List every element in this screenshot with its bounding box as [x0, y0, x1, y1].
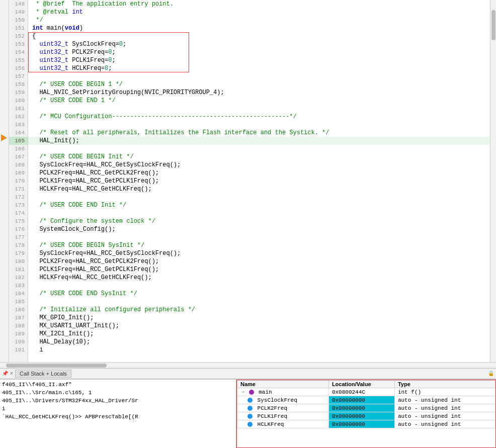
code-line-187: MX_GPIO_Init();	[28, 314, 490, 322]
var-value-pclk2: 0x00000000	[328, 404, 394, 412]
code-line-180: PCLK2Freq=HAL_RCC_GetPCLK2Freq();	[28, 257, 490, 265]
line-number: 149	[9, 8, 28, 16]
code-line-173: /* USER CODE END Init */	[28, 201, 490, 209]
code-line-163	[28, 121, 490, 129]
code-line-161	[28, 105, 490, 113]
col-value: Location/Value	[328, 381, 394, 388]
horizontal-scrollbar[interactable]	[0, 362, 496, 368]
line-number: 155	[9, 56, 28, 64]
var-type-sysclock: auto - unsigned int	[394, 396, 495, 404]
scrollbar-thumb[interactable]	[491, 10, 495, 40]
line-number: 189	[9, 330, 28, 338]
table-row: SysClockFreq 0x00000000 auto - unsigned …	[237, 396, 495, 404]
code-line-179: SysClockFreq=HAL_RCC_GetSysClockFreq();	[28, 249, 490, 257]
code-line-159: HAL_NVIC_SetPriorityGrouping(NVIC_PRIORI…	[28, 88, 490, 97]
line-number: 173	[9, 201, 28, 209]
line-number: 179	[9, 249, 28, 257]
code-line-184: /* USER CODE END SysInit */	[28, 290, 490, 298]
code-content[interactable]: * @brief The application entry point. * …	[28, 0, 490, 362]
code-line-165: HAL_Init();	[28, 137, 490, 145]
line-number: 162	[9, 113, 28, 121]
editor-area[interactable]: 148 149 150 151 152 153 154 155 156 157 …	[0, 0, 496, 362]
table-row: PCLK1Freq 0x00000000 auto - unsigned int	[237, 412, 495, 420]
line-number: 182	[9, 274, 28, 282]
breakpoint-arrow	[1, 134, 7, 141]
var-type-pclk2: auto - unsigned int	[394, 404, 495, 412]
gutter	[0, 0, 9, 362]
code-line-157	[28, 72, 490, 80]
var-icon-blue2	[247, 406, 253, 411]
line-number: 170	[9, 177, 28, 185]
locals-table: Name Location/Value Type − main	[237, 380, 495, 428]
var-name-main: − main	[237, 388, 329, 396]
code-line-166	[28, 145, 490, 153]
line-number: 172	[9, 193, 28, 201]
code-line-169: PCLK2Freq=HAL_RCC_GetPCLK2Freq();	[28, 169, 490, 177]
panel-tab-pin: 🔒	[488, 371, 494, 377]
code-line-151: int main(void)	[28, 24, 490, 32]
var-name-pclk1: PCLK1Freq	[237, 412, 329, 420]
editor-container: 148 149 150 151 152 153 154 155 156 157 …	[0, 0, 496, 448]
callstack-line-5: `HAL_RCC_GetHCLKFreq()>> APBPrescTable[(…	[2, 413, 234, 421]
callstack-line-3: 405_II\..\Drivers/STM32F4xx_HAL_Driver/S…	[2, 397, 234, 405]
line-number: 176	[9, 225, 28, 233]
var-value-pclk1: 0x00000000	[328, 412, 394, 420]
line-number: 165	[9, 137, 28, 145]
callstack-line-2: 405_II\..\Src/main.c\165, 1	[2, 389, 234, 397]
table-row: − main 0x0800244C int f()	[237, 388, 495, 396]
code-line-160: /* USER CODE END 1 */	[28, 97, 490, 105]
h-scrollbar-thumb[interactable]	[6, 364, 107, 368]
col-name: Name	[237, 381, 329, 388]
line-number: 187	[9, 314, 28, 322]
panel-tab-label[interactable]: Call Stack + Locals	[15, 370, 71, 378]
code-line-178: /* USER CODE BEGIN SysInit */	[28, 241, 490, 249]
code-line-175: /* Configure the system clock */	[28, 217, 490, 225]
code-line-190: HAL_Delay(10);	[28, 338, 490, 346]
line-number: 161	[9, 105, 28, 113]
code-line-170: PCLK1Freq=HAL_RCC_GetPCLK1Freq();	[28, 177, 490, 185]
vertical-scrollbar[interactable]	[490, 0, 496, 362]
line-number: 166	[9, 145, 28, 153]
locals-panel-border: Name Location/Value Type − main	[236, 380, 496, 448]
line-number: 160	[9, 97, 28, 105]
code-line-162: /* MCU Configuration--------------------…	[28, 113, 490, 121]
line-number: 153	[9, 40, 28, 48]
var-name-hclk: HCLKFreq	[237, 420, 329, 428]
var-icon-blue4	[247, 422, 253, 427]
var-type-hclk: auto - unsigned int	[394, 420, 495, 428]
line-number: 180	[9, 257, 28, 265]
var-type-pclk1: auto - unsigned int	[394, 412, 495, 420]
line-number: 184	[9, 290, 28, 298]
line-number: 152	[9, 32, 28, 40]
line-number: 167	[9, 153, 28, 161]
line-number: 168	[9, 161, 28, 169]
code-line-191: i	[28, 346, 490, 354]
line-number: 151	[9, 24, 28, 32]
line-number: 191	[9, 346, 28, 354]
line-number: 154	[9, 48, 28, 56]
line-number: 174	[9, 209, 28, 217]
expand-icon[interactable]: −	[240, 390, 245, 395]
code-line-168: SysClockFreq=HAL_RCC_GetSysClockFreq();	[28, 161, 490, 169]
code-line-156: uint32_t HCLKFreq=0;	[28, 64, 490, 72]
code-line-188: MX_USART1_UART_Init();	[28, 322, 490, 330]
line-number: 171	[9, 185, 28, 193]
line-numbers: 148 149 150 151 152 153 154 155 156 157 …	[9, 0, 28, 362]
var-value-hclk: 0x00000000	[328, 420, 394, 428]
code-line-153: uint32_t SysClockFreq=0;	[28, 40, 490, 48]
pin-icon: 📌	[2, 371, 8, 377]
line-number: 163	[9, 121, 28, 129]
line-number: 159	[9, 88, 28, 97]
callstack-line-4: i	[2, 405, 234, 413]
var-type-main: int f()	[394, 388, 495, 396]
table-row: HCLKFreq 0x00000000 auto - unsigned int	[237, 420, 495, 428]
bottom-panels: f405_II\\f405_II.axf" 405_II\..\Src/main…	[0, 379, 496, 448]
line-number: 157	[9, 72, 28, 80]
line-number: 188	[9, 322, 28, 330]
line-number: 158	[9, 80, 28, 88]
close-icon[interactable]: ×	[10, 371, 13, 377]
panel-tab-bar: 📌 × Call Stack + Locals 🔒	[0, 368, 496, 379]
line-number: 169	[9, 169, 28, 177]
line-number: 150	[9, 16, 28, 24]
line-number: 156	[9, 64, 28, 72]
